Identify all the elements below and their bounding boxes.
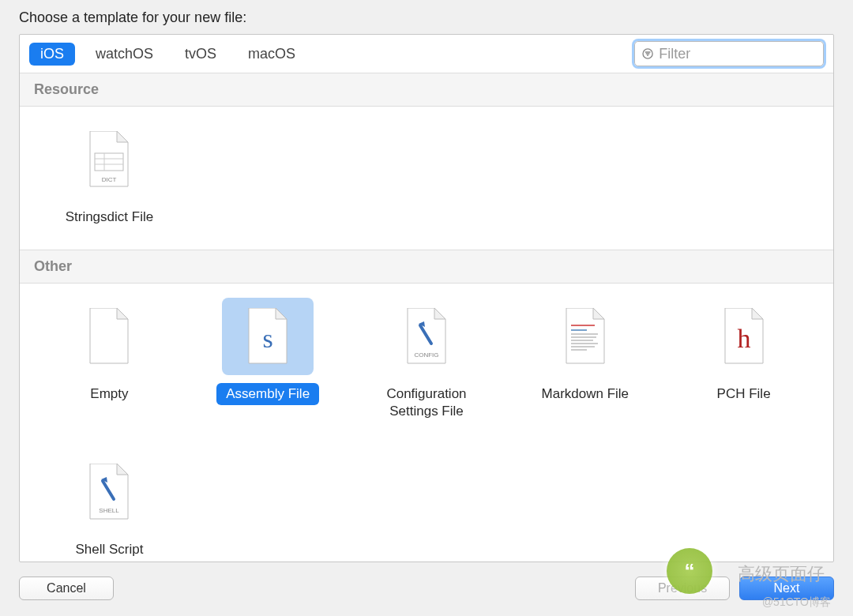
footer: Cancel Previous Next — [0, 562, 853, 616]
watermark-sub: @51CTO博客 — [762, 595, 831, 610]
sections: Resource DICT Stringsdict File Ot — [20, 73, 833, 562]
template-panel: iOS watchOS tvOS macOS Resource — [19, 34, 834, 562]
file-icon-shell: SHELL — [63, 453, 155, 531]
item-label: Assembly File — [216, 383, 319, 404]
file-icon-markdown — [539, 298, 631, 375]
svg-text:SHELL: SHELL — [100, 507, 120, 514]
item-empty[interactable]: Empty — [34, 295, 185, 425]
item-stringsdict-file[interactable]: DICT Stringsdict File — [34, 118, 185, 231]
item-shell-script[interactable]: SHELL Shell Script — [34, 450, 185, 562]
section-header-other: Other — [20, 250, 833, 284]
file-icon-config: CONFIG — [381, 298, 472, 375]
file-icon-s: s — [222, 298, 314, 375]
tab-watchos[interactable]: watchOS — [85, 43, 164, 66]
filter-field[interactable] — [634, 41, 824, 66]
tab-macos[interactable]: macOS — [237, 43, 306, 66]
svg-text:h: h — [737, 324, 750, 353]
platform-tabs: iOS watchOS tvOS macOS — [29, 43, 316, 66]
svg-text:DICT: DICT — [102, 176, 117, 183]
tab-ios[interactable]: iOS — [29, 43, 75, 66]
filter-input[interactable] — [659, 46, 817, 62]
tabs-row: iOS watchOS tvOS macOS — [20, 35, 833, 73]
section-header-resource: Resource — [20, 73, 833, 107]
dialog-title: Choose a template for your new file: — [0, 0, 853, 34]
watermark-text: 高级页面仔 — [738, 562, 825, 586]
tab-tvos[interactable]: tvOS — [174, 43, 227, 66]
item-label: Stringsdict File — [56, 206, 163, 227]
item-markdown-file[interactable]: Markdown File — [509, 295, 660, 425]
cancel-button[interactable]: Cancel — [19, 577, 114, 600]
item-label: Configuration Settings File — [355, 383, 498, 422]
grid-other: Empty s Assembly File — [20, 284, 833, 562]
file-icon-blank — [63, 298, 155, 375]
item-label: Empty — [81, 383, 137, 404]
file-icon-h: h — [698, 298, 790, 375]
file-icon-dict: DICT — [63, 121, 155, 198]
watermark-avatar-icon: “ — [667, 548, 712, 594]
filter-icon — [641, 47, 654, 61]
item-assembly-file[interactable]: s Assembly File — [193, 295, 344, 425]
item-configuration-settings-file[interactable]: CONFIG Configuration Settings File — [351, 295, 502, 425]
item-label: Markdown File — [532, 383, 639, 404]
item-label: Shell Script — [66, 539, 152, 560]
grid-resource: DICT Stringsdict File — [20, 107, 833, 250]
item-label: PCH File — [708, 383, 780, 404]
svg-text:s: s — [263, 324, 273, 353]
item-pch-file[interactable]: h PCH File — [668, 295, 819, 425]
svg-text:CONFIG: CONFIG — [414, 351, 438, 359]
